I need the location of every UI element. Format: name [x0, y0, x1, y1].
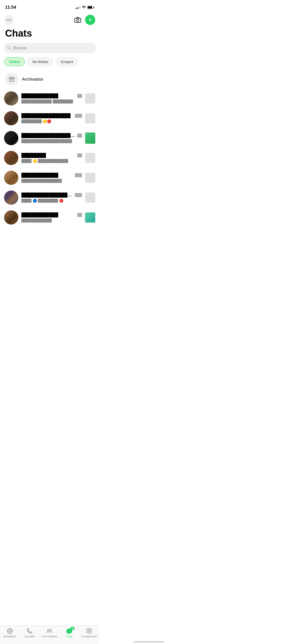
chat-time-5: ███ [75, 173, 82, 177]
page-title: Chats [0, 27, 99, 43]
media-thumb-3 [85, 133, 95, 144]
chat-item-6[interactable]: ████████████████████ ███ ████ 🔵 ████████… [0, 188, 99, 208]
chat-name-3: ████████████████████ [21, 133, 76, 138]
search-placeholder: Buscar [13, 46, 27, 51]
chat-name-6: ████████████████████ [21, 193, 73, 198]
chat-time-4: ██ [77, 153, 82, 157]
chat-right-4 [85, 153, 95, 163]
signal-icon [76, 6, 80, 9]
chat-preview-5: ████████████████ [21, 179, 82, 183]
chat-right-2 [85, 113, 95, 123]
status-bar: 11:54 [0, 0, 99, 13]
search-bar[interactable]: Buscar [4, 43, 95, 53]
media-thumb-4 [85, 153, 95, 163]
chat-name-4: ████████ [21, 153, 76, 158]
archived-row[interactable]: Archivados [0, 70, 99, 89]
filter-tab-noleidos[interactable]: No leídos [28, 57, 53, 66]
add-button[interactable]: + [85, 15, 95, 25]
menu-button[interactable] [4, 15, 14, 25]
chat-content-6: ████████████████████ ███ ████ 🔵 ████████… [21, 193, 82, 203]
chat-item-5[interactable]: ████████████ ███ ████████████████ [0, 168, 99, 188]
media-thumb-1 [85, 93, 95, 104]
chat-preview-3: ████████████████████ [21, 139, 82, 143]
chat-right-3 [85, 133, 95, 144]
avatar-2 [4, 111, 18, 125]
avatar-4 [4, 151, 18, 165]
chat-preview-2: ████████ 🟡🔴 [21, 119, 82, 123]
chat-right-1 [85, 93, 95, 104]
top-bar: + [0, 13, 99, 27]
chat-right-6 [85, 193, 95, 203]
chat-time-7: ██ [77, 213, 82, 217]
chat-name-7: ████████████ [21, 212, 76, 217]
chat-preview-7: ████████████ [21, 218, 82, 223]
chat-item-4[interactable]: ████████ ██ ████ 🟡 ████████████ [0, 148, 99, 168]
avatar-7 [4, 210, 18, 225]
chat-preview-6: ████ 🔵 ████████ 🔴 [21, 199, 82, 203]
media-thumb-5 [85, 173, 95, 183]
chat-content-2: ████████████████ ███ ████████ 🟡🔴 [21, 113, 82, 123]
filter-tab-todos[interactable]: Todos [4, 57, 25, 66]
chat-item-7[interactable]: ████████████ ██ ████████████ [0, 208, 99, 227]
chat-right-5 [85, 173, 95, 183]
chat-preview-1: ████████████ ████████ [21, 99, 82, 104]
plus-icon: + [88, 16, 92, 23]
filter-tabs: Todos No leídos Grupos [0, 57, 99, 70]
top-right-icons: + [73, 15, 95, 25]
chat-name-5: ████████████ [21, 173, 73, 178]
svg-rect-4 [9, 77, 14, 78]
svg-point-1 [77, 19, 79, 22]
avatar-3 [4, 131, 18, 145]
chat-item-1[interactable]: ████████████ ██ ████████████ ████████ [0, 89, 99, 108]
search-icon [7, 46, 11, 50]
chat-name-2: ████████████████ [21, 113, 73, 118]
chat-item-2[interactable]: ████████████████ ███ ████████ 🟡🔴 [0, 108, 99, 128]
chat-content-1: ████████████ ██ ████████████ ████████ [21, 93, 82, 104]
chat-content-3: ████████████████████ ██ ████████████████… [21, 133, 82, 143]
status-icons [76, 6, 94, 9]
media-thumb-2 [85, 113, 95, 123]
chat-preview-4: ████ 🟡 ████████████ [21, 159, 82, 163]
avatar-6 [4, 191, 18, 205]
chat-time-6: ███ [75, 193, 82, 197]
media-thumb-6 [85, 193, 95, 203]
archived-label: Archivados [22, 77, 43, 82]
chat-item-3[interactable]: ████████████████████ ██ ████████████████… [0, 128, 99, 148]
camera-button[interactable] [73, 15, 83, 25]
chat-time-2: ███ [75, 114, 82, 118]
media-thumb-7 [85, 212, 95, 223]
svg-rect-0 [75, 18, 81, 22]
chat-content-7: ████████████ ██ ████████████ [21, 212, 82, 223]
svg-line-3 [10, 49, 11, 50]
chat-time-1: ██ [77, 94, 82, 98]
battery-icon [87, 6, 94, 9]
wifi-icon [82, 6, 86, 9]
avatar-5 [4, 171, 18, 185]
chat-name-1: ████████████ [21, 93, 76, 98]
chat-content-5: ████████████ ███ ████████████████ [21, 173, 82, 183]
status-time: 11:54 [5, 5, 16, 10]
filter-tab-grupos[interactable]: Grupos [56, 57, 78, 66]
chat-list: ████████████ ██ ████████████ ████████ ██… [0, 89, 99, 227]
archive-icon [5, 73, 18, 86]
chat-time-3: ██ [77, 134, 82, 137]
chat-content-4: ████████ ██ ████ 🟡 ████████████ [21, 153, 82, 163]
chat-right-7 [85, 212, 95, 223]
avatar-1 [4, 91, 18, 106]
